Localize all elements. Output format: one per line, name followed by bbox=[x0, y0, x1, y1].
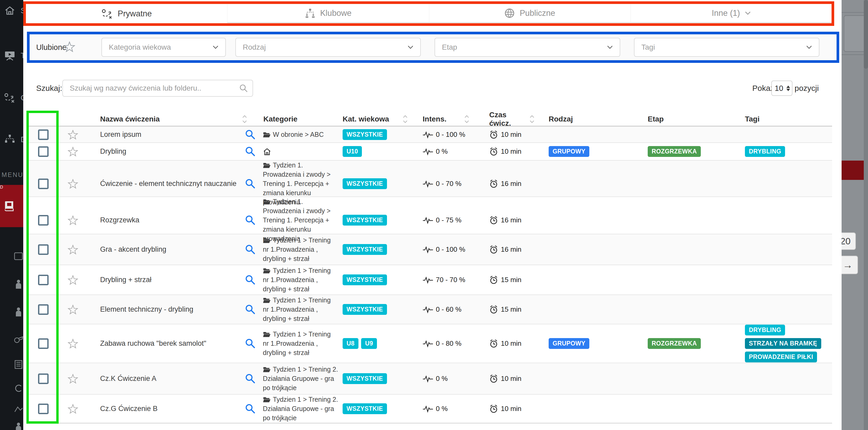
frame-icon[interactable] bbox=[13, 251, 23, 262]
row-checkbox[interactable] bbox=[38, 244, 49, 255]
tab-inne[interactable]: Inne (1) bbox=[630, 4, 832, 23]
exercise-name[interactable]: Cz.K Ćwiczenie A bbox=[87, 374, 238, 383]
sort-arrows-icon[interactable] bbox=[402, 114, 408, 124]
star-icon[interactable] bbox=[59, 215, 87, 225]
tag-badge: STRZAŁY NA BRAMKĘ bbox=[745, 338, 821, 349]
hierarchy-icon bbox=[4, 133, 16, 146]
filter-tagi[interactable]: Tagi bbox=[634, 38, 819, 57]
row-checkbox[interactable] bbox=[38, 304, 49, 315]
star-icon[interactable] bbox=[59, 245, 87, 255]
preview-search-icon[interactable] bbox=[238, 244, 263, 255]
category-path: W obronie > ABC bbox=[273, 131, 323, 138]
star-icon[interactable] bbox=[59, 374, 87, 384]
row-checkbox[interactable] bbox=[38, 275, 49, 285]
preview-search-icon[interactable] bbox=[238, 304, 263, 315]
stage-badge: ROZGRZEWKA bbox=[648, 146, 701, 157]
chevron-down-icon bbox=[745, 11, 751, 15]
preview-search-icon[interactable] bbox=[238, 215, 263, 225]
star-icon[interactable] bbox=[59, 404, 87, 414]
row-checkbox[interactable] bbox=[38, 338, 49, 349]
header-duration[interactable]: Czas ćwicz. bbox=[486, 111, 547, 128]
table-row: Cz.G Ćwiczenie B Tydzien 1 > Trening 2. … bbox=[28, 394, 832, 423]
age-badge: WSZYSTKIE bbox=[343, 403, 387, 414]
sort-arrows-icon[interactable] bbox=[242, 114, 248, 124]
preview-search-icon[interactable] bbox=[238, 404, 263, 414]
letter-c-icon[interactable] bbox=[13, 383, 23, 394]
stepper-arrows-icon[interactable] bbox=[786, 86, 790, 91]
header-intensity[interactable]: Intens. bbox=[419, 114, 486, 124]
star-icon[interactable] bbox=[59, 305, 87, 314]
filter-placeholder: Kategoria wiekowa bbox=[109, 43, 171, 52]
row-checkbox[interactable] bbox=[38, 373, 49, 384]
person-icon[interactable] bbox=[13, 279, 23, 289]
star-icon[interactable] bbox=[59, 339, 87, 349]
row-checkbox[interactable] bbox=[38, 404, 49, 414]
clock-icon bbox=[489, 130, 498, 139]
shape-icon[interactable] bbox=[13, 404, 23, 415]
preview-search-icon[interactable] bbox=[238, 275, 263, 285]
header-name[interactable]: Nazwa ćwiczenia bbox=[87, 114, 263, 124]
search-input[interactable] bbox=[69, 84, 239, 93]
row-checkbox[interactable] bbox=[38, 215, 49, 225]
exercise-name[interactable]: Rozgrzewka bbox=[87, 216, 238, 224]
sort-arrows-icon[interactable] bbox=[464, 114, 470, 124]
age-badge: U9 bbox=[361, 338, 377, 349]
tab-label: Inne (1) bbox=[712, 8, 740, 18]
person-icon[interactable] bbox=[13, 306, 23, 317]
sort-arrows-icon[interactable] bbox=[529, 114, 535, 124]
backdrop-next-arrow-button[interactable]: → bbox=[842, 256, 858, 274]
tag-badge: DRYBLING bbox=[745, 325, 785, 335]
page-scrollbar[interactable] bbox=[864, 0, 868, 430]
filter-bar: Ulubione Kategoria wiekowa Rodzaj Etap T… bbox=[30, 35, 836, 60]
sidebar-item-database[interactable]: D bbox=[0, 127, 23, 152]
preview-search-icon[interactable] bbox=[238, 338, 263, 349]
intensity-value: 70 - 70 % bbox=[436, 276, 465, 284]
duration-value: 10 min bbox=[501, 374, 521, 383]
tab-label: Prywatne bbox=[118, 9, 152, 19]
exercise-name[interactable]: Zabawa ruchowa "berek samolot" bbox=[87, 339, 238, 347]
tab-prywatne[interactable]: Prywatne bbox=[26, 4, 227, 23]
preview-search-icon[interactable] bbox=[238, 146, 263, 157]
intensity-icon bbox=[423, 375, 433, 383]
row-checkbox[interactable] bbox=[38, 146, 49, 157]
exercise-name[interactable]: Element techniczny - drybling bbox=[87, 305, 238, 313]
star-icon[interactable] bbox=[59, 275, 87, 285]
exercise-name[interactable]: Drybling + strzał bbox=[87, 276, 238, 284]
intensity-value: 0 % bbox=[436, 405, 448, 413]
sidebar-item-active-database[interactable]: D bbox=[0, 185, 23, 227]
exercise-name[interactable]: Drybling bbox=[87, 147, 238, 156]
exercise-name[interactable]: Lorem ipsum bbox=[87, 130, 238, 139]
row-checkbox[interactable] bbox=[38, 179, 49, 189]
exercise-name[interactable]: Gra - akcent drybling bbox=[87, 245, 238, 253]
filter-etap[interactable]: Etap bbox=[435, 38, 620, 57]
preview-search-icon[interactable] bbox=[238, 373, 263, 384]
sidebar-item-exercises[interactable]: Ć bbox=[0, 85, 23, 111]
star-icon[interactable] bbox=[64, 41, 75, 52]
preview-search-icon[interactable] bbox=[238, 179, 263, 189]
sidebar-item-start[interactable]: S bbox=[0, 0, 23, 23]
scrollbar-thumb[interactable] bbox=[864, 0, 868, 69]
sidebar-item-theory[interactable]: T bbox=[0, 43, 23, 68]
preview-search-icon[interactable] bbox=[238, 129, 263, 140]
person-icon[interactable] bbox=[13, 422, 23, 430]
whistle-icon[interactable] bbox=[13, 334, 23, 345]
exercise-name[interactable]: Cz.G Ćwiczenie B bbox=[87, 405, 238, 413]
star-icon[interactable] bbox=[59, 147, 87, 157]
list-icon[interactable] bbox=[13, 359, 23, 370]
folder-open-icon bbox=[263, 396, 271, 403]
tab-publiczne[interactable]: Publiczne bbox=[429, 4, 630, 23]
star-icon[interactable] bbox=[59, 130, 87, 140]
stage-badge: ROZGRZEWKA bbox=[648, 338, 701, 349]
page-size-select[interactable] bbox=[771, 81, 793, 96]
page-size-input[interactable] bbox=[774, 84, 784, 93]
star-icon[interactable] bbox=[59, 179, 87, 189]
category-path: Tydzien 1 > Trening nr 1.Prowadzenia , d… bbox=[263, 267, 331, 293]
header-age[interactable]: Kat. wiekowa bbox=[341, 114, 419, 124]
row-checkbox[interactable] bbox=[38, 129, 49, 140]
tab-klubowe[interactable]: Klubowe bbox=[227, 4, 429, 23]
table-row: Drybling + strzał Tydzien 1 > Trening nr… bbox=[28, 265, 832, 295]
filter-rodzaj[interactable]: Rodzaj bbox=[235, 38, 421, 57]
screen-icon bbox=[4, 50, 16, 62]
exercise-name[interactable]: Ćwiczenie - element technicznyt nauczani… bbox=[87, 180, 238, 188]
filter-kategoria-wiekowa[interactable]: Kategoria wiekowa bbox=[101, 38, 226, 57]
